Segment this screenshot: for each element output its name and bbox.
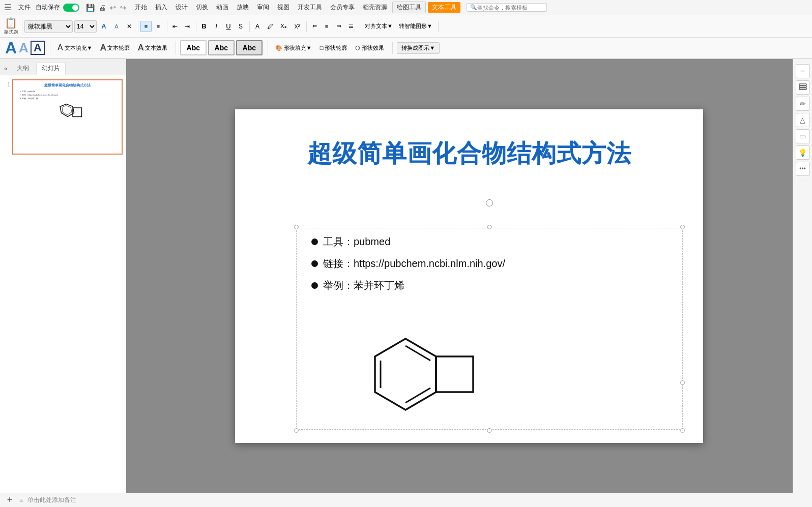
shape-style-group: Abc Abc Abc (180, 40, 268, 55)
underline-btn[interactable]: U (223, 21, 234, 32)
menu-view[interactable]: 视图 (274, 2, 293, 13)
preview-bullet-2: • 链接：https://pubchem.ncbi.nlm.nih.gov/ (20, 94, 119, 96)
clear-format-btn[interactable]: ✕ (124, 21, 135, 32)
menu-hamburger-icon[interactable]: ☰ (4, 3, 11, 12)
collapse-left-btn[interactable]: « (4, 65, 8, 72)
format-painter-label[interactable]: 格式刷 (4, 29, 18, 36)
indent-decrease-btn[interactable]: ⇤ (169, 21, 181, 32)
slide-thumbnail-1[interactable]: 1 超级简单画化合物结构式方法 • 工具：pubmed • 链接：https:/… (3, 79, 123, 155)
right-tool-rect[interactable]: ▭ (796, 129, 810, 143)
strikethrough-btn[interactable]: S (235, 21, 246, 32)
text-effect-btn[interactable]: A文本效果 (135, 41, 170, 54)
align-center-btn[interactable]: ≡ (321, 21, 332, 32)
bullet-list: 工具：pubmed 链接：https://pubchem.ncbi.nlm.ni… (311, 235, 678, 303)
superscript-btn[interactable]: X² (291, 21, 303, 32)
decrease-font-btn[interactable]: A (111, 21, 122, 32)
menu-design[interactable]: 设计 (172, 2, 191, 13)
bullet-item-3: 举例：苯并环丁烯 (311, 279, 678, 292)
abc-style-btn-3[interactable]: Abc (236, 40, 263, 55)
slide-preview[interactable]: 超级简单画化合物结构式方法 • 工具：pubmed • 链接：https://p… (12, 79, 123, 155)
svg-line-5 (405, 388, 430, 403)
right-tool-more[interactable]: ••• (796, 162, 810, 176)
bold-btn[interactable]: B (198, 21, 210, 32)
right-tool-triangle[interactable]: △ (796, 113, 810, 127)
text-fill-btn[interactable]: A文本填充▼ (54, 41, 96, 54)
menu-member[interactable]: 会员专享 (327, 2, 358, 13)
increase-font-btn[interactable]: A (98, 21, 109, 32)
slides-list: 1 超级简单画化合物结构式方法 • 工具：pubmed • 链接：https:/… (0, 75, 126, 493)
font-group: 微软雅黑 14 A A ✕ (24, 20, 138, 33)
menu-animation[interactable]: 动画 (213, 2, 231, 13)
autosave-toggle[interactable] (63, 4, 79, 12)
shape-effect-btn[interactable]: ⬡形状效果 (352, 42, 387, 54)
abc-style-btn-2[interactable]: Abc (208, 40, 235, 55)
text-letter-medium[interactable]: A (19, 41, 28, 54)
subscript-btn[interactable]: X₂ (277, 21, 289, 32)
menu-dev[interactable]: 开发工具 (295, 2, 325, 13)
list-style-btn1[interactable]: ≡ (140, 21, 152, 32)
abc-style-btn-1[interactable]: Abc (180, 40, 207, 55)
right-tool-minus[interactable]: − (796, 64, 810, 78)
add-slide-btn[interactable]: + (4, 495, 15, 506)
preview-title: 超级简单画化合物结构式方法 (16, 83, 119, 88)
right-tool-bulb[interactable]: 💡 (796, 145, 810, 160)
redo-icon[interactable]: ↪ (119, 3, 128, 13)
handle-top-left[interactable] (294, 225, 299, 229)
print-icon[interactable]: 🖨 (97, 3, 107, 13)
menu-resources[interactable]: 稻壳资源 (360, 2, 390, 13)
font-size-select[interactable]: 14 (74, 20, 97, 33)
menu-slideshow[interactable]: 放映 (234, 2, 252, 13)
svg-rect-7 (436, 356, 473, 392)
handle-bottom-right[interactable] (680, 428, 685, 433)
menu-file[interactable]: 文件 (15, 2, 34, 13)
right-tool-layers[interactable] (796, 80, 810, 95)
align-right-btn[interactable]: ⇒ (333, 21, 344, 32)
rotate-handle[interactable] (486, 199, 493, 206)
content-textbox[interactable]: 工具：pubmed 链接：https://pubchem.ncbi.nlm.ni… (296, 214, 683, 433)
para-style-group: ≡ ≡ (140, 21, 167, 32)
undo-icon[interactable]: ↩ (108, 3, 118, 13)
align-left-btn[interactable]: ⇐ (309, 21, 320, 32)
indent-increase-btn[interactable]: ⇥ (182, 21, 193, 32)
handle-top-right[interactable] (680, 225, 685, 229)
menu-start[interactable]: 开始 (132, 2, 150, 13)
text-letter-small[interactable]: A (31, 41, 45, 55)
search-input[interactable] (477, 5, 543, 11)
handle-bottom-left[interactable] (294, 428, 299, 433)
notes-label[interactable]: 单击此处添加备注 (27, 496, 76, 504)
text-style-group: A A A (5, 40, 50, 56)
right-tool-pen[interactable]: ✏ (796, 97, 810, 111)
highlight-btn[interactable]: 🖊 (265, 21, 276, 32)
font-family-select[interactable]: 微软雅黑 (24, 20, 73, 33)
bullet-item-1: 工具：pubmed (311, 235, 678, 249)
handle-top-center[interactable] (487, 225, 492, 229)
molecule-handle-right[interactable] (680, 380, 685, 385)
shape-outline-btn[interactable]: □形状轮廓 (317, 42, 351, 54)
text-color-btn[interactable]: A (252, 21, 263, 32)
list-style-btn2[interactable]: ≡ (153, 21, 164, 32)
text-letter-large[interactable]: A (5, 40, 17, 56)
slide-title[interactable]: 超级简单画化合物结构式方法 (255, 137, 683, 170)
handle-bottom-center[interactable] (487, 428, 492, 433)
slide-canvas[interactable]: 超级简单画化合物结构式方法 工具：pubmed (235, 109, 703, 443)
menu-text-tool[interactable]: 文本工具 (428, 2, 460, 13)
preview-molecule (52, 103, 83, 128)
convert-btn[interactable]: 转换成图示▼ (397, 42, 440, 54)
text-outline-btn[interactable]: A文本轮廓 (97, 41, 133, 54)
align-text-btn[interactable]: 对齐文本▼ (362, 21, 395, 32)
format-painter-group: 📋 格式刷 (4, 17, 22, 36)
tab-slides[interactable]: 幻灯片 (36, 62, 66, 75)
canvas-area: 超级简单画化合物结构式方法 工具：pubmed (126, 59, 812, 493)
menu-insert[interactable]: 插入 (152, 2, 170, 13)
save-icon[interactable]: 💾 (84, 3, 96, 13)
bullet-text-2: 链接：https://pubchem.ncbi.nlm.nih.gov/ (323, 257, 505, 271)
tab-outline[interactable]: 大纲 (12, 63, 34, 74)
shape-fill-btn[interactable]: 🎨形状填充▼ (272, 42, 315, 54)
menu-review[interactable]: 审阅 (254, 2, 272, 13)
menu-draw-tool[interactable]: 绘图工具 (392, 2, 426, 13)
menu-transition[interactable]: 切换 (193, 2, 211, 13)
justify-btn[interactable]: ☰ (345, 21, 357, 32)
italic-btn[interactable]: I (211, 21, 222, 32)
smart-shape-btn[interactable]: 转智能图形▼ (396, 21, 435, 32)
bottom-bar: + ≡ 单击此处添加备注 (0, 493, 812, 507)
